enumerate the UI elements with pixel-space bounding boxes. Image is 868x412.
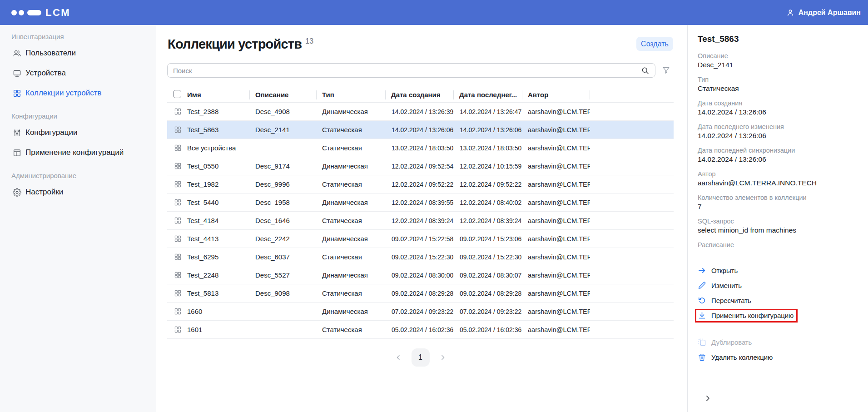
cell-icon bbox=[167, 180, 187, 188]
cell-author: aarshavin@LCM.TERRA.INNO.TECH bbox=[522, 199, 590, 206]
cell-type: Статическая bbox=[317, 217, 386, 224]
table-row[interactable]: 1601 Статическая 05.02.2024 / 16:02:36 0… bbox=[167, 321, 674, 339]
table-row[interactable]: Test_6295 Desc_6037 Статическая 09.02.20… bbox=[167, 248, 674, 266]
cell-type: Статическая bbox=[317, 126, 386, 134]
details-field-label: Дата создания bbox=[698, 99, 858, 108]
pagination-next-icon[interactable] bbox=[439, 354, 446, 361]
collection-grid-icon bbox=[174, 326, 182, 333]
cell-icon bbox=[167, 326, 187, 333]
cell-icon bbox=[167, 235, 187, 243]
details-field-value: 14.02.2024 / 13:26:06 bbox=[698, 108, 858, 117]
details-field-value: 14.02.2024 / 13:26:06 bbox=[698, 155, 858, 164]
cell-type: Статическая bbox=[317, 289, 386, 297]
cell-created-date: 12.02.2024 / 09:52:22 bbox=[386, 181, 454, 188]
cell-modified-date: 14.02.2024 / 13:26:06 bbox=[454, 126, 522, 134]
collection-grid-icon bbox=[174, 271, 182, 279]
filter-funnel-icon[interactable] bbox=[662, 66, 670, 74]
cell-modified-date: 13.02.2024 / 18:03:50 bbox=[454, 144, 522, 152]
sliders-icon bbox=[13, 129, 21, 137]
details-field-label: Количество элементов в коллекции bbox=[698, 193, 858, 202]
details-field: Автор aarshavin@LCM.TERRA.INNO.TECH bbox=[698, 169, 858, 188]
cell-modified-date: 12.02.2024 / 10:15:59 bbox=[454, 163, 522, 170]
table-row[interactable]: Все устройства Статическая 13.02.2024 / … bbox=[167, 139, 674, 157]
collection-grid-icon bbox=[174, 289, 182, 297]
action-label: Дублировать bbox=[711, 338, 752, 346]
details-field-value: aarshavin@LCM.TERRA.INNO.TECH bbox=[698, 179, 858, 188]
sidebar-section: Администрирование Настройки bbox=[0, 170, 156, 202]
search-bar bbox=[167, 63, 655, 78]
collection-grid-icon bbox=[174, 199, 182, 206]
details-field-label: Автор bbox=[698, 169, 858, 179]
sidebar-item-конфигурации[interactable]: Конфигурации bbox=[0, 123, 156, 143]
table-row[interactable]: Test_5813 Desc_9098 Статическая 09.02.20… bbox=[167, 284, 674, 303]
search-icon[interactable] bbox=[641, 66, 650, 75]
table-row[interactable]: Test_0550 Desc_9174 Динамическая 12.02.2… bbox=[167, 157, 674, 175]
cell-author: aarshavin@LCM.TERRA.INNO.TECH bbox=[522, 290, 590, 297]
table-header-row: ИмяОписаниеТипДата созданияДата последне… bbox=[167, 87, 674, 103]
sidebar-item-настройки[interactable]: Настройки bbox=[0, 182, 156, 202]
cell-created-date: 12.02.2024 / 08:39:55 bbox=[386, 199, 454, 206]
cell-author: aarshavin@LCM.TERRA.INNO.TECH bbox=[522, 253, 590, 261]
details-field-label: Дата последнего изменения bbox=[698, 122, 858, 131]
action-label: Применить конфигурацию bbox=[711, 312, 794, 319]
cell-icon bbox=[167, 217, 187, 224]
cell-type: Динамическая bbox=[317, 271, 386, 279]
cell-author: aarshavin@LCM.TERRA.INNO.TECH bbox=[522, 308, 590, 315]
cell-name: Test_4413 bbox=[187, 235, 250, 243]
table-row[interactable]: Test_5863 Desc_2141 Статическая 14.02.20… bbox=[167, 121, 674, 139]
panel-collapse-icon[interactable] bbox=[704, 394, 712, 402]
table-row[interactable]: Test_4413 Desc_2242 Динамическая 09.02.2… bbox=[167, 230, 674, 248]
cell-modified-date: 12.02.2024 / 09:52:22 bbox=[454, 181, 522, 188]
table-row[interactable]: 1660 Динамическая 07.02.2024 / 09:23:22 … bbox=[167, 303, 674, 321]
pagination-page-1[interactable]: 1 bbox=[412, 348, 430, 367]
pagination-prev-icon[interactable] bbox=[395, 354, 402, 361]
action-label: Изменить bbox=[711, 282, 742, 289]
collection-grid-icon bbox=[174, 126, 182, 134]
cell-description: Desc_9098 bbox=[250, 289, 317, 297]
cell-name: Test_1982 bbox=[187, 180, 250, 188]
cell-description: Desc_2141 bbox=[250, 126, 317, 134]
action-применить-конфигурацию-highlighted: Применить конфигурацию bbox=[698, 308, 858, 323]
cell-description: Desc_1646 bbox=[250, 217, 317, 224]
table-row[interactable]: Test_2248 Desc_5527 Динамическая 09.02.2… bbox=[167, 266, 674, 284]
page-title: Коллекции устройств bbox=[168, 36, 302, 52]
details-field-label: Дата последней синхронизации bbox=[698, 146, 858, 155]
cell-type: Статическая bbox=[317, 253, 386, 261]
sidebar-item-устройства[interactable]: Устройства bbox=[0, 63, 156, 83]
details-field-value: select minion_id from machines bbox=[698, 226, 858, 235]
sidebar-item-label: Коллекции устройств bbox=[25, 89, 102, 98]
details-field: Количество элементов в коллекции 7 bbox=[698, 193, 858, 211]
sidebar-section-label: Администрирование bbox=[11, 170, 156, 180]
table-row[interactable]: Test_4184 Desc_1646 Статическая 12.02.20… bbox=[167, 212, 674, 230]
cell-type: Динамическая bbox=[317, 308, 386, 315]
details-field-value bbox=[698, 249, 858, 258]
sidebar-section-label: Инвентаризация bbox=[11, 31, 156, 41]
search-input[interactable] bbox=[173, 67, 641, 74]
cell-icon bbox=[167, 289, 187, 297]
table-row[interactable]: Test_2388 Desc_4908 Динамическая 14.02.2… bbox=[167, 103, 674, 121]
sidebar-section-label: Конфигурации bbox=[11, 111, 156, 121]
sidebar-item-применение-конфигураций[interactable]: Применение конфигураций bbox=[0, 143, 156, 163]
table-row[interactable]: Test_5440 Desc_1958 Динамическая 12.02.2… bbox=[167, 194, 674, 212]
refresh-icon bbox=[698, 296, 706, 305]
details-field: Расписание bbox=[698, 240, 858, 258]
action-открыть: Открыть bbox=[698, 263, 858, 278]
sidebar-item-пользователи[interactable]: Пользователи bbox=[0, 43, 156, 63]
cell-description: Desc_2242 bbox=[250, 235, 317, 243]
cell-type: Статическая bbox=[317, 180, 386, 188]
cell-author: aarshavin@LCM.TERRA.INNO.TECH bbox=[522, 163, 590, 170]
table-row[interactable]: Test_1982 Desc_9996 Статическая 12.02.20… bbox=[167, 175, 674, 194]
cell-modified-date: 09.02.2024 / 15:23:06 bbox=[454, 235, 522, 243]
details-field: Описание Desc_2141 bbox=[698, 51, 858, 69]
cell-modified-date: 09.02.2024 / 15:22:30 bbox=[454, 253, 522, 261]
cell-type: Статическая bbox=[317, 326, 386, 333]
action-label: Удалить коллекцию bbox=[711, 353, 773, 361]
create-button[interactable]: Создать bbox=[636, 37, 673, 51]
collection-grid-icon bbox=[174, 217, 182, 224]
cell-description: Desc_9996 bbox=[250, 180, 317, 188]
cell-name: Test_0550 bbox=[187, 162, 250, 170]
user-menu[interactable]: Андрей Аршавин bbox=[786, 9, 861, 17]
sidebar-item-коллекции-устройств[interactable]: Коллекции устройств bbox=[0, 83, 156, 103]
details-field-label: Описание bbox=[698, 51, 858, 60]
select-all-checkbox[interactable] bbox=[173, 90, 181, 98]
